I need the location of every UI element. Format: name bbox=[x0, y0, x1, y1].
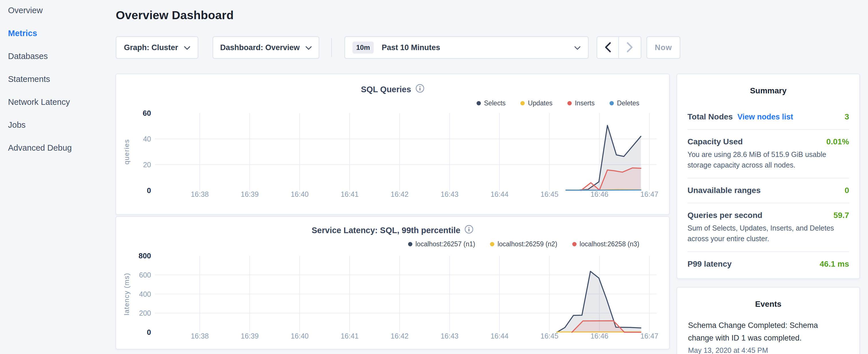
legend-label: Inserts bbox=[575, 99, 595, 107]
summary-row-unavailable-ranges: Unavailable ranges0 bbox=[687, 179, 849, 203]
legend-dot bbox=[408, 242, 412, 246]
event-text: Schema Change Completed: Schema change w… bbox=[688, 319, 826, 344]
time-step-forward-button[interactable] bbox=[619, 37, 641, 58]
events-title: Events bbox=[677, 288, 859, 309]
info-icon[interactable] bbox=[465, 225, 473, 236]
chevron-right-icon bbox=[626, 42, 633, 54]
legend-item-localhost-26257-n1[interactable]: localhost:26257 (n1) bbox=[408, 240, 475, 248]
chart-title-row: SQL Queries bbox=[116, 74, 669, 95]
chevron-down-icon bbox=[184, 43, 190, 52]
sidebar-item-databases[interactable]: Databases bbox=[0, 45, 114, 68]
summary-row-label: Capacity Used bbox=[687, 137, 743, 147]
summary-row-p99-latency: P99 latency46.1 ms bbox=[687, 252, 849, 277]
view-nodes-list-link[interactable]: View nodes list bbox=[737, 112, 793, 122]
sql-queries-chart-card: SQL Queries SelectsUpdatesInsertsDeletes… bbox=[116, 74, 670, 215]
summary-rows: Total NodesView nodes list3Capacity Used… bbox=[687, 112, 849, 277]
chart-canvas: 16:3816:3916:4016:4116:4216:4316:4416:45… bbox=[116, 249, 670, 345]
now-button[interactable]: Now bbox=[647, 36, 680, 59]
legend-item-localhost-26259-n2[interactable]: localhost:26259 (n2) bbox=[490, 240, 557, 248]
y-tick-label: 20 bbox=[143, 161, 151, 169]
x-tick-label: 16:41 bbox=[341, 190, 359, 198]
legend-item-updates[interactable]: Updates bbox=[520, 99, 553, 107]
sidebar-item-network-latency[interactable]: Network Latency bbox=[0, 91, 114, 114]
x-tick-label: 16:42 bbox=[391, 332, 409, 340]
summary-row-subtext: You are using 28.6 MiB of 515.9 GiB usab… bbox=[687, 149, 849, 170]
x-tick-label: 16:47 bbox=[641, 332, 658, 340]
dashboard-dropdown[interactable]: Dashboard: Overview bbox=[213, 36, 319, 59]
chart-legend: SelectsUpdatesInsertsDeletes bbox=[116, 99, 669, 107]
x-tick-label: 16:44 bbox=[491, 190, 509, 198]
graph-dropdown-label: Graph: Cluster bbox=[124, 43, 178, 52]
sidebar-item-metrics[interactable]: Metrics bbox=[0, 22, 114, 45]
legend-dot bbox=[610, 101, 614, 105]
summary-row-head: Total NodesView nodes list3 bbox=[687, 112, 849, 122]
legend-item-selects[interactable]: Selects bbox=[476, 99, 505, 107]
x-tick-label: 16:46 bbox=[590, 332, 608, 340]
legend-label: localhost:26259 (n2) bbox=[497, 240, 557, 248]
legend-item-localhost-26258-n3[interactable]: localhost:26258 (n3) bbox=[572, 240, 639, 248]
summary-row-queries-per-second: Queries per second59.7Sum of Selects, Up… bbox=[687, 203, 849, 252]
legend-label: localhost:26257 (n1) bbox=[415, 240, 475, 248]
chevron-down-icon bbox=[574, 43, 581, 52]
app-root: OverviewMetricsDatabasesStatementsNetwor… bbox=[0, 0, 868, 354]
chart-title-row: Service Latency: SQL, 99th percentile bbox=[116, 217, 669, 236]
x-tick-label: 16:39 bbox=[241, 190, 259, 198]
y-tick-label: 200 bbox=[139, 309, 151, 317]
controls-divider bbox=[331, 38, 332, 57]
sidebar-list: OverviewMetricsDatabasesStatementsNetwor… bbox=[0, 0, 114, 159]
chart-plot-area: 16:3816:3916:4016:4116:4216:4316:4416:45… bbox=[116, 109, 669, 204]
x-tick-label: 16:38 bbox=[191, 332, 209, 340]
y-tick-label: 40 bbox=[143, 135, 151, 143]
event-item: Schema Change Completed: Schema change w… bbox=[688, 319, 848, 354]
info-icon[interactable] bbox=[415, 84, 425, 95]
graph-dropdown[interactable]: Graph: Cluster bbox=[116, 36, 198, 59]
chart-plot-area: 16:3816:3916:4016:4116:4216:4316:4416:45… bbox=[116, 249, 669, 345]
page-title: Overview Dashboard bbox=[116, 9, 234, 22]
y-tick-label: 800 bbox=[139, 252, 151, 260]
legend-dot bbox=[572, 242, 577, 246]
events-list: Schema Change Completed: Schema change w… bbox=[677, 319, 859, 354]
sidebar-item-jobs[interactable]: Jobs bbox=[0, 114, 114, 136]
x-tick-label: 16:43 bbox=[440, 190, 459, 198]
chart-title: SQL Queries bbox=[361, 85, 411, 94]
time-range-dropdown[interactable]: 10m Past 10 Minutes bbox=[344, 36, 589, 59]
summary-row-value: 59.7 bbox=[834, 211, 849, 220]
summary-row-value: 46.1 ms bbox=[819, 259, 849, 269]
legend-item-deletes[interactable]: Deletes bbox=[610, 99, 639, 107]
time-range-badge: 10m bbox=[352, 41, 374, 54]
x-tick-label: 16:38 bbox=[191, 190, 209, 198]
summary-row-value: 0.01% bbox=[827, 137, 849, 147]
y-tick-label: 400 bbox=[139, 290, 151, 298]
event-timestamp: May 13, 2020 at 4:45 PM bbox=[688, 346, 848, 354]
summary-row-head: Unavailable ranges0 bbox=[687, 186, 849, 195]
legend-item-inserts[interactable]: Inserts bbox=[567, 99, 595, 107]
legend-dot bbox=[490, 242, 494, 246]
sidebar-item-statements[interactable]: Statements bbox=[0, 68, 114, 91]
summary-row-head: P99 latency46.1 ms bbox=[687, 259, 849, 269]
time-step-back-button[interactable] bbox=[597, 37, 619, 58]
x-tick-label: 16:42 bbox=[391, 190, 409, 198]
x-tick-label: 16:45 bbox=[540, 190, 559, 198]
x-tick-label: 16:44 bbox=[491, 332, 509, 340]
summary-row-label: P99 latency bbox=[687, 259, 732, 269]
chevron-left-icon bbox=[604, 42, 612, 54]
y-axis-label: latency (ms) bbox=[123, 273, 130, 315]
summary-row-label: Queries per second bbox=[687, 211, 762, 220]
chevron-down-icon bbox=[306, 43, 312, 52]
summary-row-label: Unavailable ranges bbox=[687, 186, 761, 195]
summary-panel: Summary Total NodesView nodes list3Capac… bbox=[677, 74, 860, 279]
x-tick-label: 16:47 bbox=[641, 190, 658, 198]
sidebar-item-advanced-debug[interactable]: Advanced Debug bbox=[0, 136, 114, 159]
legend-label: localhost:26258 (n3) bbox=[580, 240, 639, 248]
y-tick-label: 0 bbox=[147, 328, 151, 336]
sidebar: OverviewMetricsDatabasesStatementsNetwor… bbox=[0, 0, 114, 159]
summary-row-value: 3 bbox=[844, 112, 849, 122]
chart-title: Service Latency: SQL, 99th percentile bbox=[312, 226, 461, 235]
summary-row-subtext: Sum of Selects, Updates, Inserts, and De… bbox=[687, 223, 849, 244]
summary-row-value: 0 bbox=[844, 186, 849, 195]
legend-label: Updates bbox=[528, 99, 553, 107]
legend-dot bbox=[520, 101, 525, 105]
sidebar-item-overview[interactable]: Overview bbox=[0, 0, 114, 22]
x-tick-label: 16:43 bbox=[440, 332, 459, 340]
x-tick-label: 16:39 bbox=[241, 332, 259, 340]
